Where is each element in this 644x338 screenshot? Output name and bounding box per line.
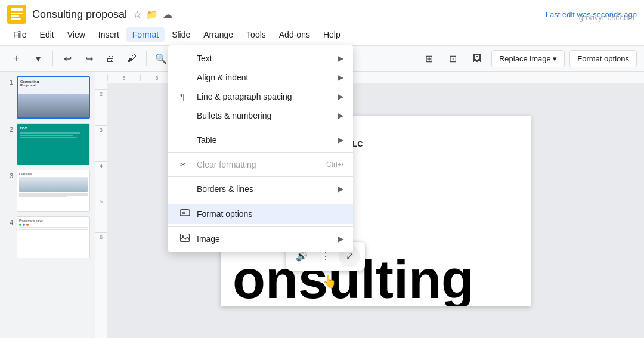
format-menu-bullets[interactable]: Bullets & numbering ▶: [168, 106, 353, 125]
format-menu-table-label: Table: [197, 135, 333, 145]
format-menu-clear-label: Clear formatting: [197, 160, 317, 169]
format-menu-clear[interactable]: ✂ Clear formatting Ctrl+\: [168, 155, 353, 174]
image-menu-icon: [180, 234, 192, 244]
line-spacing-icon: ¶: [180, 92, 192, 101]
format-menu-text-label: Text: [197, 54, 333, 63]
format-menu-text[interactable]: Text ▶: [168, 49, 353, 68]
format-menu-line-spacing[interactable]: ¶ Line & paragraph spacing ▶: [168, 87, 353, 106]
bullets-arrow-icon: ▶: [338, 111, 343, 120]
clear-format-icon: ✂: [180, 160, 192, 169]
align-arrow-icon: ▶: [338, 73, 343, 82]
format-menu-align[interactable]: Align & indent ▶: [168, 68, 353, 87]
table-arrow-icon: ▶: [338, 136, 343, 144]
format-menu-table[interactable]: Table ▶: [168, 131, 353, 150]
format-menu-image[interactable]: Image ▶: [168, 229, 353, 249]
menu-sep-4: [168, 201, 353, 201]
menu-sep-1: [168, 128, 353, 128]
dropdown-overlay[interactable]: Text ▶ Align & indent ▶ ¶ Line & paragra…: [0, 0, 644, 338]
svg-point-10: [182, 235, 184, 237]
format-menu-borders-label: Borders & lines: [197, 184, 333, 194]
format-options-icon: [180, 209, 192, 219]
menu-sep-3: [168, 176, 353, 177]
image-arrow-icon: ▶: [338, 235, 343, 243]
cursor: 👆: [322, 274, 336, 293]
format-menu-image-label: Image: [197, 234, 333, 244]
borders-arrow-icon: ▶: [338, 185, 343, 193]
format-menu-format-options-label: Format options: [197, 209, 343, 219]
line-spacing-arrow-icon: ▶: [338, 92, 343, 101]
clear-format-shortcut: Ctrl+\: [326, 160, 343, 169]
format-menu-line-spacing-label: Line & paragraph spacing: [197, 92, 333, 101]
format-dropdown-menu: Text ▶ Align & indent ▶ ¶ Line & paragra…: [168, 45, 353, 252]
svg-rect-6: [181, 209, 188, 210]
format-menu-borders[interactable]: Borders & lines ▶: [168, 179, 353, 199]
menu-sep-2: [168, 152, 353, 153]
text-arrow-icon: ▶: [338, 54, 343, 63]
format-menu-align-label: Align & indent: [197, 73, 333, 82]
format-menu-bullets-label: Bullets & numbering: [197, 111, 333, 120]
format-menu-format-options[interactable]: Format options: [168, 204, 353, 224]
menu-sep-5: [168, 226, 353, 227]
